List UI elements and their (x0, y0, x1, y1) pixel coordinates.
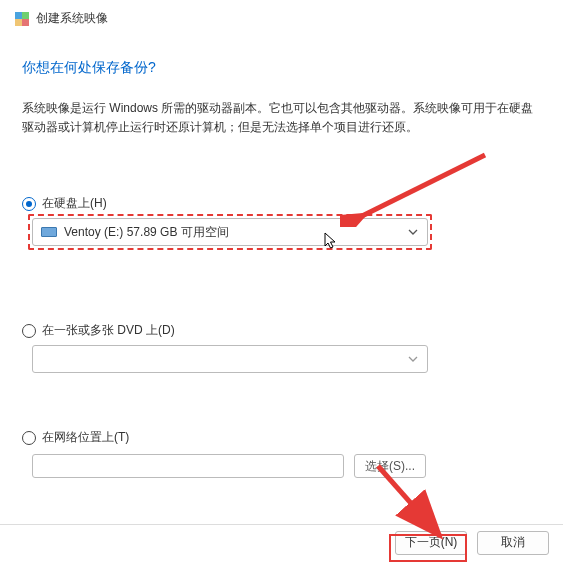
page-heading: 你想在何处保存备份? (22, 59, 541, 77)
network-path-input[interactable] (32, 454, 344, 478)
disk-icon (41, 227, 57, 237)
option-network-label: 在网络位置上(T) (42, 429, 129, 446)
dvd-dropdown (32, 345, 428, 373)
window-title: 创建系统映像 (36, 10, 108, 27)
cancel-button[interactable]: 取消 (477, 531, 549, 555)
option-dvd[interactable]: 在一张或多张 DVD 上(D) (22, 322, 541, 339)
chevron-down-icon (408, 356, 418, 362)
option-network[interactable]: 在网络位置上(T) (22, 429, 541, 446)
next-button[interactable]: 下一页(N) (395, 531, 467, 555)
radio-hard-disk[interactable] (22, 197, 36, 211)
page-description: 系统映像是运行 Windows 所需的驱动器副本。它也可以包含其他驱动器。系统映… (22, 99, 541, 137)
radio-dvd[interactable] (22, 324, 36, 338)
option-hard-disk[interactable]: 在硬盘上(H) (22, 195, 541, 212)
browse-button[interactable]: 选择(S)... (354, 454, 426, 478)
titlebar: 创建系统映像 (0, 0, 563, 31)
backup-app-icon (14, 11, 30, 27)
hard-disk-selected: Ventoy (E:) 57.89 GB 可用空间 (64, 224, 229, 241)
option-dvd-label: 在一张或多张 DVD 上(D) (42, 322, 175, 339)
hard-disk-dropdown[interactable]: Ventoy (E:) 57.89 GB 可用空间 (32, 218, 428, 246)
radio-network[interactable] (22, 431, 36, 445)
footer: 下一页(N) 取消 (0, 524, 563, 560)
option-hard-disk-label: 在硬盘上(H) (42, 195, 107, 212)
chevron-down-icon (408, 229, 418, 235)
